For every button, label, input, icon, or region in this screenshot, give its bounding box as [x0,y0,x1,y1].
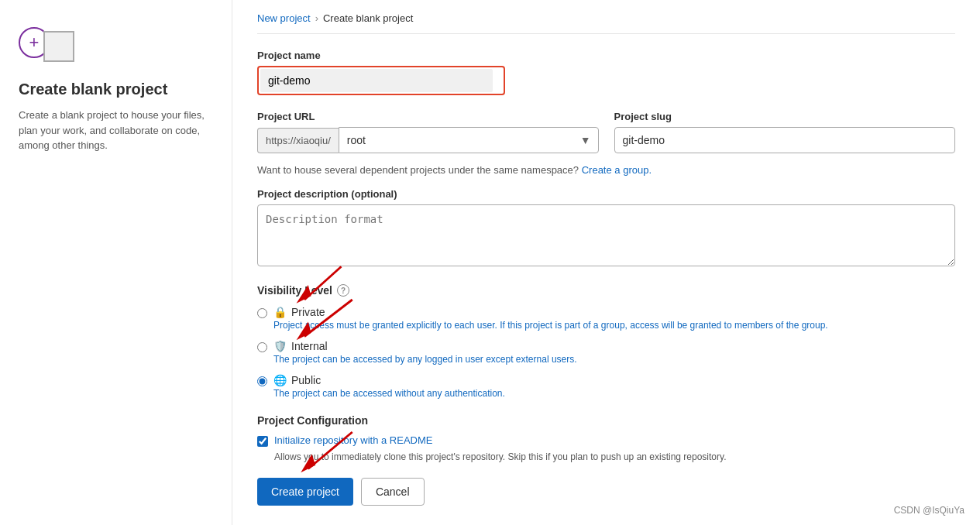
breadcrumb-current: Create blank project [323,12,413,24]
breadcrumb-new-project[interactable]: New project [257,12,311,24]
visibility-group: Visibility Level ? 🔒 Private Project acc… [257,284,955,399]
private-title: 🔒 Private [273,306,828,318]
create-project-button[interactable]: Create project [257,478,353,506]
project-slug-label: Project slug [614,111,956,122]
internal-label: Internal [291,340,328,352]
breadcrumb-separator: › [315,12,318,24]
visibility-label: Visibility Level ? [257,284,955,297]
private-option: 🔒 Private Project access must be granted… [257,306,955,331]
init-readme-row: Initialize repository with a README [257,434,955,447]
public-radio[interactable] [257,376,267,386]
private-desc: Project access must be granted explicitl… [273,320,828,331]
init-readme-desc: Allows you to immediately clone this pro… [274,451,955,462]
breadcrumb: New project › Create blank project [257,12,955,34]
public-title: 🌐 Public [273,374,505,386]
project-description-group: Project description (optional) [257,188,955,269]
internal-title: 🛡️ Internal [273,340,577,352]
visibility-radio-group: 🔒 Private Project access must be granted… [257,306,955,399]
config-label: Project Configuration [257,414,955,427]
shield-icon: 🛡️ [273,340,287,352]
init-readme-checkbox[interactable] [257,436,268,447]
button-row: Create project Cancel [257,478,955,506]
url-namespace-wrapper: root ▼ [339,127,599,153]
public-option: 🌐 Public The project can be accessed wit… [257,374,955,399]
url-prefix: https://xiaoqiu/ [257,128,339,153]
sidebar-description: Create a blank project to house your fil… [19,108,213,153]
globe-icon: 🌐 [273,374,287,386]
project-name-label: Project name [257,50,955,61]
lock-icon: 🔒 [273,306,287,318]
url-row: https://xiaoqiu/ root ▼ [257,127,599,153]
logo-area: + [19,23,213,62]
project-name-input[interactable] [260,69,493,92]
project-description-input[interactable] [257,204,955,266]
cancel-button[interactable]: Cancel [361,478,425,506]
init-readme-label[interactable]: Initialize repository with a README [274,434,432,446]
internal-radio[interactable] [257,342,267,352]
private-radio[interactable] [257,308,267,318]
create-group-link[interactable]: Create a group. [582,164,652,176]
private-content: 🔒 Private Project access must be granted… [273,306,828,331]
url-slug-group: Project URL https://xiaoqiu/ root ▼ Proj… [257,111,955,160]
project-slug-group: Project slug [614,111,956,160]
form-area: Project name Project URL https://xiaoqiu… [257,50,955,506]
project-url-group: Project URL https://xiaoqiu/ root ▼ [257,111,599,160]
group-link-prefix: Want to house several dependent projects… [257,164,579,176]
sidebar: + Create blank project Create a blank pr… [0,0,232,525]
private-label: Private [291,306,325,318]
public-label: Public [291,374,321,386]
public-desc: The project can be accessed without any … [273,388,505,399]
project-name-wrapper [257,66,505,95]
visibility-help-icon[interactable]: ? [337,284,349,297]
logo-box [43,31,74,62]
project-description-label: Project description (optional) [257,188,955,200]
visibility-label-text: Visibility Level [257,284,332,297]
internal-option: 🛡️ Internal The project can be accessed … [257,340,955,365]
project-slug-input[interactable] [614,127,956,153]
internal-content: 🛡️ Internal The project can be accessed … [273,340,577,365]
project-name-group: Project name [257,50,955,95]
sidebar-title: Create blank project [19,81,213,98]
footer-watermark: CSDN @IsQiuYa [894,505,965,516]
main-content: New project › Create blank project [232,0,980,525]
project-url-label: Project URL [257,111,599,122]
internal-desc: The project can be accessed by any logge… [273,354,577,365]
url-namespace-select[interactable]: root [339,127,599,153]
project-config-group: Project Configuration Initialize reposit… [257,414,955,462]
public-content: 🌐 Public The project can be accessed wit… [273,374,505,399]
group-link-text: Want to house several dependent projects… [257,164,955,176]
